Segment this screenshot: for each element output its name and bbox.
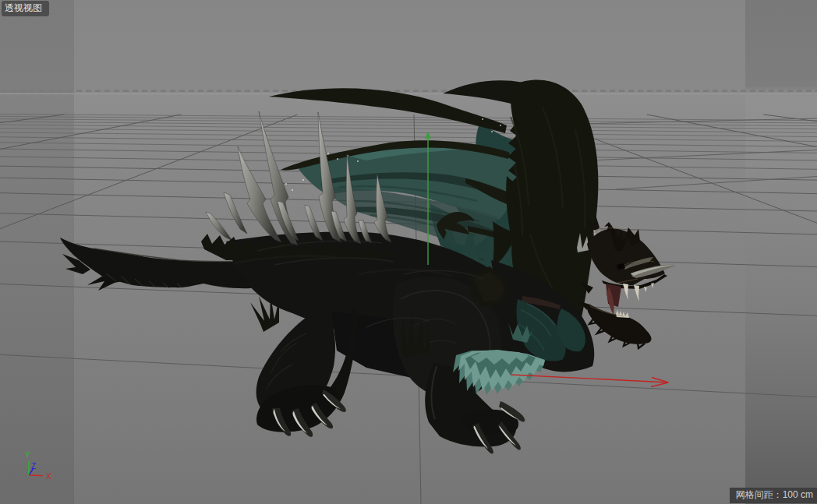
svg-text:Y: Y	[25, 451, 30, 460]
svg-text:X: X	[46, 472, 51, 481]
svg-text:Z: Z	[31, 462, 36, 471]
